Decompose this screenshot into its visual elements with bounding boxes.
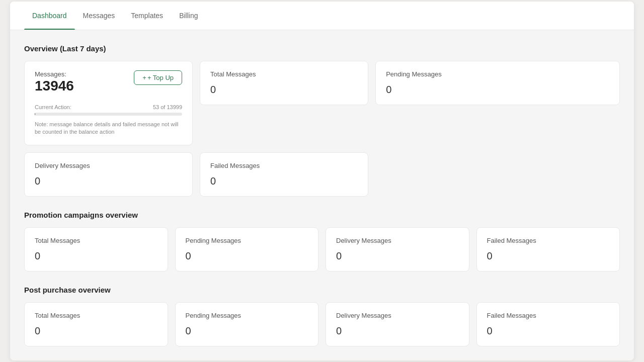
balance-label: Messages: bbox=[35, 70, 74, 78]
post-total-label: Total Messages bbox=[35, 312, 157, 319]
promo-pending-value: 0 bbox=[186, 250, 308, 262]
plus-icon: + bbox=[142, 74, 146, 81]
balance-value: 13946 bbox=[35, 78, 74, 94]
overview-total-label: Total Messages bbox=[210, 70, 358, 78]
post-purchase-section: Post purchase overview Total Messages 0 … bbox=[24, 286, 620, 346]
tab-messages[interactable]: Messages bbox=[75, 2, 123, 30]
promo-total-card: Total Messages 0 bbox=[24, 227, 168, 272]
progress-bar-bg bbox=[35, 113, 182, 116]
progress-bar-fill bbox=[35, 113, 35, 116]
overview-failed-messages-card: Failed Messages 0 bbox=[200, 152, 368, 197]
top-up-button[interactable]: + + Top Up bbox=[134, 70, 182, 85]
overview-total-messages-card: Total Messages 0 bbox=[200, 61, 368, 105]
overview-failed-label: Failed Messages bbox=[210, 162, 358, 169]
tab-billing[interactable]: Billing bbox=[171, 2, 206, 30]
promo-failed-label: Failed Messages bbox=[487, 237, 610, 244]
main-content: Overview (Last 7 days) Total Messages 0 … bbox=[10, 30, 634, 361]
balance-note: Note: message balance details and failed… bbox=[35, 121, 182, 136]
overview-pending-messages-card: Pending Messages 0 bbox=[375, 61, 620, 105]
post-delivery-card: Delivery Messages 0 bbox=[326, 302, 469, 346]
post-pending-value: 0 bbox=[186, 325, 308, 337]
promo-pending-card: Pending Messages 0 bbox=[175, 227, 319, 272]
post-purchase-title: Post purchase overview bbox=[24, 286, 620, 294]
overview-total-value: 0 bbox=[210, 84, 358, 96]
post-delivery-value: 0 bbox=[336, 325, 459, 337]
promo-delivery-label: Delivery Messages bbox=[336, 237, 459, 244]
overview-pending-label: Pending Messages bbox=[386, 70, 609, 78]
post-failed-value: 0 bbox=[487, 325, 610, 337]
tab-dashboard[interactable]: Dashboard bbox=[24, 2, 75, 30]
app-window: Dashboard Messages Templates Billing Ove… bbox=[10, 2, 634, 361]
post-failed-label: Failed Messages bbox=[487, 312, 610, 319]
current-action-label: Current Action: bbox=[35, 104, 71, 110]
overview-failed-value: 0 bbox=[210, 175, 358, 187]
nav-bar: Dashboard Messages Templates Billing bbox=[10, 2, 634, 30]
post-delivery-label: Delivery Messages bbox=[336, 312, 459, 319]
promo-delivery-card: Delivery Messages 0 bbox=[326, 227, 469, 272]
promotion-section: Promotion campaigns overview Total Messa… bbox=[24, 211, 620, 272]
current-action-value: 53 of 13999 bbox=[153, 104, 182, 110]
promo-failed-card: Failed Messages 0 bbox=[476, 227, 620, 272]
promotion-title: Promotion campaigns overview bbox=[24, 211, 620, 219]
top-up-label: + Top Up bbox=[147, 74, 174, 81]
promo-total-label: Total Messages bbox=[35, 237, 157, 244]
overview-section: Overview (Last 7 days) Total Messages 0 … bbox=[24, 44, 620, 197]
tab-templates[interactable]: Templates bbox=[123, 2, 171, 30]
overview-pending-value: 0 bbox=[386, 84, 609, 96]
overview-delivery-value: 0 bbox=[35, 175, 182, 187]
overview-title: Overview (Last 7 days) bbox=[24, 44, 620, 53]
post-pending-label: Pending Messages bbox=[186, 312, 308, 319]
promo-delivery-value: 0 bbox=[336, 250, 459, 262]
post-failed-card: Failed Messages 0 bbox=[476, 302, 620, 346]
promo-total-value: 0 bbox=[35, 250, 157, 262]
post-total-value: 0 bbox=[35, 325, 157, 337]
overview-delivery-messages-card: Delivery Messages 0 bbox=[24, 152, 193, 197]
post-total-card: Total Messages 0 bbox=[24, 302, 168, 346]
promo-failed-value: 0 bbox=[487, 250, 610, 262]
balance-card: Messages: 13946 + + Top Up Current Actio… bbox=[24, 61, 193, 146]
promo-pending-label: Pending Messages bbox=[186, 237, 308, 244]
post-pending-card: Pending Messages 0 bbox=[175, 302, 319, 346]
overview-delivery-label: Delivery Messages bbox=[35, 162, 182, 169]
